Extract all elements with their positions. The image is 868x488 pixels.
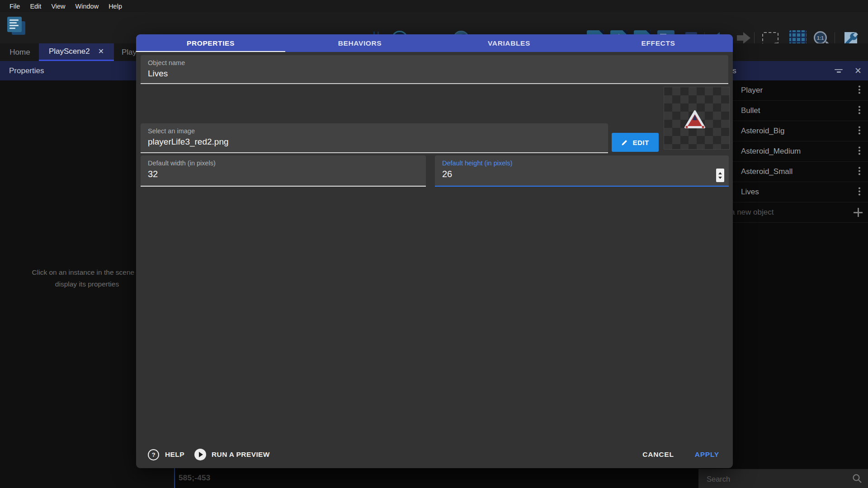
default-height-input[interactable]	[442, 169, 706, 179]
image-name-input[interactable]	[148, 137, 571, 147]
tab-properties[interactable]: PROPERTIES	[136, 34, 285, 52]
kebab-menu-icon[interactable]	[859, 167, 860, 177]
menu-window[interactable]: Window	[71, 3, 104, 10]
cursor-coordinates: 585;-453	[179, 474, 210, 483]
edit-image-button[interactable]: EDIT	[612, 133, 659, 152]
select-image-label: Select an image	[148, 127, 608, 135]
close-panel-icon[interactable]: ✕	[854, 66, 862, 75]
menu-file[interactable]: File	[5, 3, 25, 10]
scene-status-bar: 585;-453	[174, 468, 698, 488]
tab-behaviors[interactable]: BEHAVIORS	[285, 34, 434, 52]
default-width-field[interactable]: Default width (in pixels)	[141, 155, 426, 187]
run-a-preview-button[interactable]: RUN A PREVIEW	[194, 449, 270, 460]
default-height-field[interactable]: Default height (in pixels)	[435, 155, 729, 187]
objects-search-bar	[698, 469, 868, 488]
dialog-tab-bar: PROPERTIES BEHAVIORS VARIABLES EFFECTS	[136, 34, 733, 52]
menu-help[interactable]: Help	[104, 3, 127, 10]
play-icon	[194, 449, 206, 460]
help-icon: ?	[148, 449, 159, 460]
menu-view[interactable]: View	[46, 3, 70, 10]
default-width-input[interactable]	[148, 169, 404, 179]
select-image-field[interactable]: Select an image	[141, 123, 608, 153]
kebab-menu-icon[interactable]	[859, 188, 860, 197]
properties-panel-title: Properties	[9, 66, 44, 75]
pencil-icon	[621, 139, 628, 146]
dialog-footer: ? HELP RUN A PREVIEW CANCEL APPLY	[136, 441, 733, 468]
stepper-down-icon[interactable]	[718, 177, 722, 179]
search-input[interactable]	[706, 469, 843, 488]
filter-icon[interactable]	[835, 68, 843, 74]
app-root: File Edit View Window Help PREVIEW PUBLI…	[0, 0, 868, 488]
plus-icon	[854, 208, 863, 217]
tab-effects[interactable]: EFFECTS	[584, 34, 733, 52]
search-icon	[852, 474, 862, 483]
tab-playscene2[interactable]: PlayScene2 ✕	[39, 43, 114, 61]
object-name-label: Object name	[148, 59, 728, 66]
tab-home[interactable]: Home	[2, 43, 38, 61]
object-name-field[interactable]: Object name	[141, 55, 728, 84]
object-name-input[interactable]	[148, 69, 682, 79]
sprite-thumbnail[interactable]	[664, 87, 729, 149]
kebab-menu-icon[interactable]	[859, 106, 860, 116]
close-tab-icon[interactable]: ✕	[98, 48, 104, 55]
kebab-menu-icon[interactable]	[859, 86, 860, 95]
menu-edit[interactable]: Edit	[25, 3, 46, 10]
object-properties-dialog: PROPERTIES BEHAVIORS VARIABLES EFFECTS O…	[136, 34, 733, 468]
project-manager-icon[interactable]	[6, 16, 26, 36]
tab-variables[interactable]: VARIABLES	[434, 34, 584, 52]
default-height-label: Default height (in pixels)	[442, 160, 729, 167]
height-stepper[interactable]	[716, 169, 724, 182]
stepper-up-icon[interactable]	[718, 172, 722, 174]
kebab-menu-icon[interactable]	[859, 127, 860, 136]
apply-button[interactable]: APPLY	[694, 448, 720, 461]
default-width-label: Default width (in pixels)	[148, 160, 426, 167]
kebab-menu-icon[interactable]	[859, 147, 860, 156]
help-button[interactable]: ? HELP	[148, 449, 184, 460]
cancel-button[interactable]: CANCEL	[642, 448, 675, 461]
ship-sprite	[684, 110, 706, 130]
menu-bar: File Edit View Window Help	[0, 0, 868, 12]
